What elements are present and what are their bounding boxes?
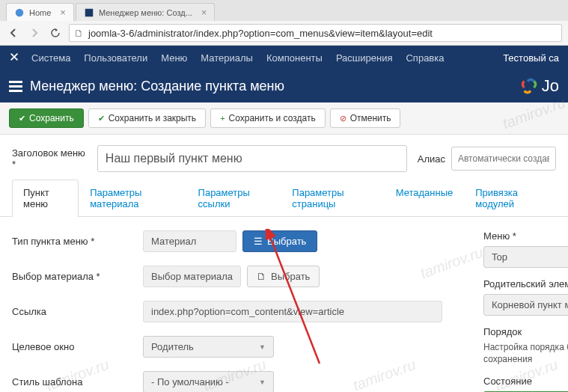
file-icon: 🗋 <box>257 271 266 282</box>
joomla-j-icon <box>9 52 19 64</box>
forward-button[interactable] <box>27 25 42 40</box>
browser-tab-joomla[interactable]: Менеджер меню: Созд... × <box>76 3 215 21</box>
state-label: Состояние <box>483 376 568 387</box>
tab-page-params[interactable]: Параметры страницы <box>281 180 384 216</box>
menu-side-label: Меню * <box>483 230 568 242</box>
alias-label: Алиас <box>418 153 445 165</box>
page-icon: 🗋 <box>74 28 84 39</box>
tab-link-params[interactable]: Параметры ссылки <box>187 180 281 216</box>
menu-system[interactable]: Система <box>31 52 70 64</box>
link-label: Ссылка <box>12 306 143 317</box>
type-value: Материал <box>143 230 236 252</box>
tab-label: Менеджер меню: Созд... <box>99 8 192 17</box>
favicon-home <box>14 7 25 18</box>
site-name[interactable]: Тестовый са <box>503 52 559 64</box>
title-input[interactable] <box>97 145 407 172</box>
link-value: index.php?option=com_content&view=articl… <box>143 301 442 322</box>
style-select[interactable]: - По умолчанию -▼ <box>143 371 274 392</box>
target-label: Целевое окно <box>12 341 143 352</box>
favicon-joomla <box>84 7 94 18</box>
menu-extensions[interactable]: Расширения <box>336 52 393 64</box>
tab-material-params[interactable]: Параметры материала <box>79 180 186 216</box>
menu-content[interactable]: Материалы <box>201 52 253 64</box>
browser-tab-home[interactable]: Home × <box>6 3 74 21</box>
parent-side-label: Родительский элемент <box>483 278 568 290</box>
menu-side-select[interactable]: Top▼ <box>483 246 568 268</box>
material-value: Выбор материала <box>143 266 241 287</box>
cancel-icon: ⊘ <box>340 114 346 123</box>
hamburger-icon[interactable] <box>9 81 22 92</box>
save-new-button[interactable]: +Сохранить и создать <box>210 108 326 128</box>
chevron-down-icon: ▼ <box>259 379 266 386</box>
title-label: Заголовок меню * <box>12 147 87 170</box>
tab-module-bind[interactable]: Привязка модулей <box>464 180 556 216</box>
close-icon[interactable]: × <box>201 7 207 18</box>
alias-input[interactable] <box>451 147 556 171</box>
joomla-logo: Jo <box>519 76 559 96</box>
tab-metadata[interactable]: Метаданные <box>385 180 465 216</box>
url-text: joomla-3-6/administrator/index.php?optio… <box>88 28 433 39</box>
url-bar[interactable]: 🗋 joomla-3-6/administrator/index.php?opt… <box>69 24 562 42</box>
order-text: Настройка порядка буд после сохранения <box>483 342 568 365</box>
menu-users[interactable]: Пользователи <box>84 52 147 64</box>
parent-side-select[interactable]: Корневой пункт меню <box>483 294 568 316</box>
cancel-button[interactable]: ⊘Отменить <box>330 108 401 128</box>
menu-menus[interactable]: Меню <box>161 52 187 64</box>
save-button[interactable]: ✔Сохранить <box>9 108 84 128</box>
svg-point-0 <box>16 8 24 16</box>
tab-menu-item[interactable]: Пункт меню <box>12 180 79 217</box>
page-title: Менеджер меню: Создание пункта меню <box>30 79 284 94</box>
menu-components[interactable]: Компоненты <box>266 52 323 64</box>
order-label: Порядок <box>483 326 568 337</box>
save-close-button[interactable]: ✔Сохранить и закрыть <box>88 108 206 128</box>
material-select-button[interactable]: 🗋Выбрать <box>247 266 320 287</box>
chevron-down-icon: ▼ <box>259 343 266 351</box>
check-icon: ✔ <box>19 114 25 123</box>
close-icon[interactable]: × <box>60 7 66 18</box>
type-label: Тип пункта меню * <box>12 236 143 247</box>
style-label: Стиль шаблона <box>12 376 143 388</box>
tab-label: Home <box>29 8 51 17</box>
plus-icon: + <box>220 114 225 123</box>
check-icon: ✔ <box>98 114 105 123</box>
menu-help[interactable]: Справка <box>406 52 444 64</box>
list-icon: ☰ <box>254 236 263 247</box>
target-select[interactable]: Родитель▼ <box>143 336 274 358</box>
back-button[interactable] <box>6 25 21 40</box>
svg-rect-1 <box>85 8 94 16</box>
type-select-button[interactable]: ☰Выбрать <box>242 230 317 252</box>
material-label: Выбор материала * <box>12 271 143 282</box>
reload-button[interactable] <box>48 25 63 40</box>
